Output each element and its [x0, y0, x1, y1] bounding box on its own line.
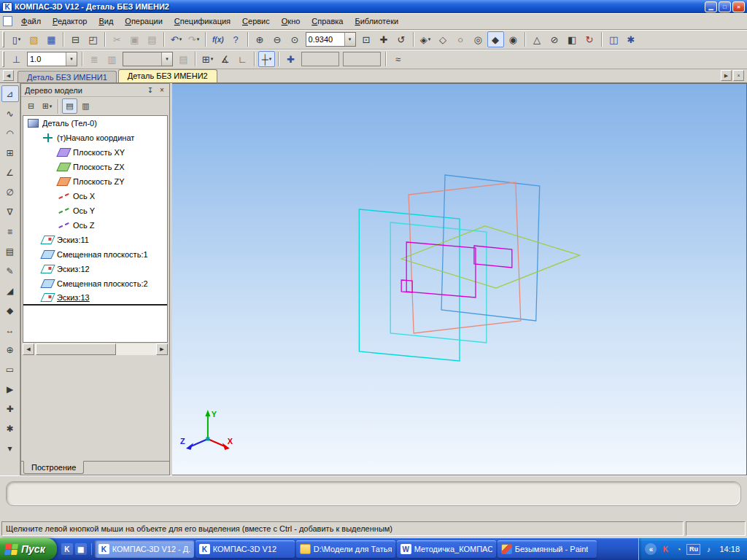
pin-panel-button[interactable]: ↧ [144, 85, 156, 96]
plane-cyan-offset-2[interactable] [390, 222, 487, 343]
forming-operations-button[interactable]: ◆ [1, 302, 19, 319]
designations-button[interactable]: ⊕ [1, 341, 19, 358]
tree-item-part-root[interactable]: Деталь (Тел-0) [23, 116, 167, 131]
menu-file[interactable]: Файл [15, 14, 47, 28]
tab-construction[interactable]: Построение [23, 461, 84, 474]
dimensions-button[interactable]: ↔ [1, 322, 19, 338]
taskbar-task-4[interactable]: WМетодичка_КОМПАС.do... [397, 540, 496, 558]
orientation-button[interactable]: ◈▾ [417, 31, 434, 47]
tree-structure-view-button[interactable]: ⊟ [23, 98, 39, 114]
filters-button[interactable]: ∇ [1, 203, 19, 220]
selection-tools-button[interactable]: ▭ [1, 361, 19, 378]
tray-volume[interactable]: ♪ [703, 544, 713, 555]
hide-auxiliary-objects-button[interactable]: ⊘ [546, 31, 563, 47]
toolbar-grip[interactable] [2, 51, 4, 67]
tree-item-axis-y[interactable]: Ось Y [23, 203, 167, 218]
document-tab-2[interactable]: Деталь БЕЗ ИМЕНИ2 [118, 69, 217, 82]
ortho-mode-button[interactable]: ∟ [234, 51, 251, 67]
angle-snap-button[interactable]: ∡ [217, 51, 233, 67]
library-manager-button[interactable]: ◫ [605, 31, 622, 47]
tree-composition-button[interactable]: ⊞▾ [39, 98, 55, 114]
scroll-right-button[interactable]: ▶ [156, 343, 168, 355]
snaps-button[interactable]: ┼▾ [258, 51, 275, 67]
specification-button[interactable]: ≡ [1, 223, 19, 240]
sheet-metal-button[interactable]: ◢ [1, 282, 19, 299]
sketch-rect-2[interactable] [474, 246, 512, 268]
quicklaunch-show-desktop[interactable]: ▦ [75, 543, 87, 555]
copy-button[interactable]: ▣ [126, 31, 143, 47]
tree-item-sketch-13[interactable]: Эскиз:13 [23, 291, 167, 306]
auxiliary-geometry-button[interactable]: ∠ [1, 164, 19, 181]
tree-item-sketch-11[interactable]: Эскиз:11 [23, 233, 167, 247]
display-relations-button[interactable]: ▥ [78, 98, 93, 114]
scrollbar-thumb[interactable] [36, 343, 116, 355]
sketch-rect-1[interactable] [406, 242, 476, 298]
local-coordinate-system-button[interactable]: ⊥ [8, 51, 25, 67]
tab-scroll-right-button[interactable]: ▶ [721, 70, 732, 81]
tree-item-plane-xy[interactable]: Плоскость XY [23, 145, 167, 160]
current-layer-dropdown[interactable]: ▾ [161, 52, 172, 66]
menu-service[interactable]: Сервис [236, 14, 276, 28]
applications-button[interactable]: ✚ [1, 400, 19, 417]
scroll-left-button[interactable]: ◀ [23, 343, 34, 355]
zoom-in-button[interactable]: ⊕ [252, 31, 268, 47]
document-system-icon[interactable] [3, 16, 12, 26]
plane-green[interactable] [401, 226, 579, 288]
viewport-3d[interactable]: Y X Z [172, 83, 747, 475]
tab-scroll-left-button[interactable]: ◀ [3, 70, 14, 81]
section-view-button[interactable]: ◧ [564, 31, 581, 47]
tree-item-origin[interactable]: (т)Начало координат [23, 131, 167, 145]
menu-window[interactable]: Окно [276, 14, 306, 28]
surfaces-button[interactable]: ◠ [1, 125, 19, 141]
cut-button[interactable]: ✂ [109, 31, 125, 47]
menu-operations[interactable]: Операции [119, 14, 168, 28]
menu-view[interactable]: Вид [93, 14, 119, 28]
perspective-button[interactable]: △ [529, 31, 546, 47]
tree-item-plane-zy[interactable]: Плоскость ZY [23, 174, 167, 189]
macro-elements-button[interactable]: ▶ [1, 381, 19, 397]
rotate-button[interactable]: ↺ [393, 31, 410, 47]
plane-blue[interactable] [441, 175, 540, 321]
menu-help[interactable]: Справка [306, 14, 349, 28]
tree-horizontal-scrollbar[interactable]: ◀ ▶ [23, 343, 168, 355]
menu-specification[interactable]: Спецификация [169, 14, 236, 28]
taskbar-task-2[interactable]: KКОМПАС-3D V12 [196, 540, 295, 558]
coordinate-y-field[interactable] [301, 52, 339, 66]
paste-button[interactable]: ▤ [144, 31, 160, 47]
tree-item-axis-x[interactable]: Ось X [23, 189, 167, 203]
document-close-button[interactable]: × [733, 70, 744, 81]
more-tools-button[interactable]: ▾ [1, 440, 19, 456]
taskbar-task-5[interactable]: Безымянный - Paint [498, 540, 597, 558]
minimize-button[interactable]: ▁ [705, 1, 717, 12]
maximize-button[interactable]: □ [719, 1, 731, 12]
layer-states-button[interactable]: ≣ [86, 51, 103, 67]
display-wireframe-button[interactable]: ◇ [435, 31, 452, 47]
quicklaunch-kompas[interactable]: K [61, 543, 73, 555]
display-shaded-with-edges-button[interactable]: ◉ [505, 31, 522, 47]
toolbar-grip[interactable] [2, 31, 4, 47]
pan-button[interactable]: ✚ [376, 31, 392, 47]
reports-button[interactable]: ▤ [1, 243, 19, 260]
variables-button[interactable]: f(x) [209, 31, 227, 47]
document-tab-1[interactable]: Деталь БЕЗ ИМЕНИ1 [18, 71, 117, 82]
cursor-coordinates-button[interactable]: ✚ [282, 51, 299, 67]
scrollbar-track[interactable] [34, 343, 156, 355]
zoom-all-button[interactable]: ⊙ [287, 31, 303, 47]
geometry-calculator-button[interactable]: ≈ [390, 51, 406, 67]
menu-edit[interactable]: Редактор [47, 14, 93, 28]
redo-button[interactable]: ↷▾ [185, 31, 202, 47]
taskbar-task-3[interactable]: D:\Модели для Татьяны... [296, 540, 395, 558]
tree-item-axis-z[interactable]: Ось Z [23, 218, 167, 233]
display-structure-button[interactable]: ▤ [62, 98, 77, 114]
tree-item-plane-zx[interactable]: Плоскость ZX [23, 160, 167, 174]
object-properties-button[interactable]: ✱ [623, 31, 640, 47]
current-layer-input[interactable] [123, 52, 161, 66]
rebuild-model-button[interactable]: ↻ [581, 31, 598, 47]
close-panel-button[interactable]: × [156, 85, 168, 96]
open-document-button[interactable]: ▧ [26, 31, 42, 47]
plane-red[interactable] [409, 182, 521, 333]
service-tools-button[interactable]: ✱ [1, 420, 19, 437]
current-step-input[interactable] [28, 52, 66, 66]
zoom-out-button[interactable]: ⊖ [269, 31, 286, 47]
new-document-button[interactable]: ▯▾ [8, 31, 25, 47]
